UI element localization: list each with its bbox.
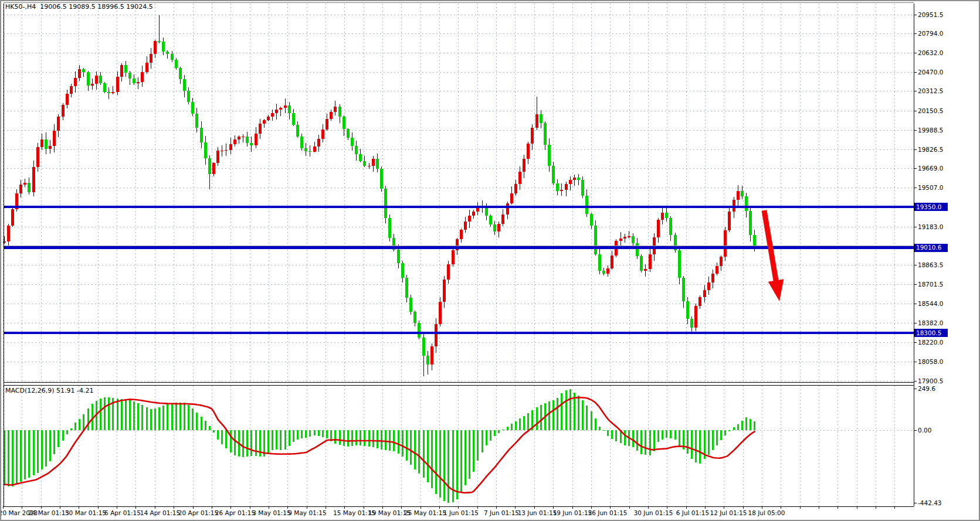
support-resistance-line-2: 18300.5 <box>4 329 948 337</box>
macd-histogram-layer <box>4 389 756 503</box>
svg-text:17900.5: 17900.5 <box>918 377 943 384</box>
svg-text:18300.5: 18300.5 <box>916 329 941 336</box>
svg-text:19183.0: 19183.0 <box>918 223 943 230</box>
svg-text:18 Jul 05:00: 18 Jul 05:00 <box>748 509 785 516</box>
svg-text:25 May 01:15: 25 May 01:15 <box>404 509 446 516</box>
svg-text:20951.5: 20951.5 <box>918 11 943 18</box>
svg-text:20632.0: 20632.0 <box>918 49 943 56</box>
svg-text:9 May 01:15: 9 May 01:15 <box>288 509 326 516</box>
svg-text:249.6: 249.6 <box>918 385 935 392</box>
svg-text:7 Jun 01:15: 7 Jun 01:15 <box>484 509 519 516</box>
svg-text:26 Apr 01:15: 26 Apr 01:15 <box>215 509 255 516</box>
chart-window: 19350.019010.618300.520951.520794.020632… <box>0 0 980 521</box>
svg-text:6 Apr 01:15: 6 Apr 01:15 <box>104 509 141 516</box>
svg-text:24 Mar 01:15: 24 Mar 01:15 <box>28 509 69 516</box>
svg-text:19826.5: 19826.5 <box>918 146 943 153</box>
svg-text:20312.5: 20312.5 <box>918 87 943 94</box>
svg-text:20150.5: 20150.5 <box>918 107 943 114</box>
svg-text:30 Mar 01:15: 30 Mar 01:15 <box>65 509 106 516</box>
chart-canvas[interactable]: 19350.019010.618300.520951.520794.020632… <box>1 1 980 521</box>
svg-text:20470.0: 20470.0 <box>918 69 943 76</box>
svg-text:0.00: 0.00 <box>918 427 931 434</box>
svg-text:18220.0: 18220.0 <box>918 339 943 346</box>
candles-layer <box>3 15 757 376</box>
grid-layer <box>4 4 914 506</box>
time-axis: 20 Mar 202324 Mar 01:1530 Mar 01:156 Apr… <box>1 506 895 516</box>
support-resistance-line-0: 19350.0 <box>4 203 948 211</box>
svg-text:3 May 01:15: 3 May 01:15 <box>252 509 290 516</box>
support-resistance-line-1: 19010.6 <box>4 244 948 252</box>
svg-text:18863.5: 18863.5 <box>918 261 943 268</box>
svg-text:19 Jun 01:15: 19 Jun 01:15 <box>553 509 592 516</box>
svg-text:18382.0: 18382.0 <box>918 319 943 326</box>
svg-text:6 Jul 01:15: 6 Jul 01:15 <box>676 509 709 516</box>
macd-axis: 249.60.00-442.43 <box>914 385 942 506</box>
svg-text:19669.0: 19669.0 <box>918 165 943 172</box>
svg-text:-442.43: -442.43 <box>918 499 942 506</box>
svg-text:26 Jun 01:15: 26 Jun 01:15 <box>588 509 628 516</box>
svg-text:20794.0: 20794.0 <box>918 30 943 37</box>
svg-text:19350.0: 19350.0 <box>916 203 941 210</box>
svg-text:13 Jun 01:15: 13 Jun 01:15 <box>518 509 557 516</box>
price-axis: 20951.520794.020632.020470.020312.520150… <box>914 11 943 384</box>
svg-text:30 Jun 01:15: 30 Jun 01:15 <box>634 509 673 516</box>
svg-text:18701.5: 18701.5 <box>918 281 943 288</box>
svg-text:12 Jul 01:15: 12 Jul 01:15 <box>710 509 747 516</box>
svg-text:18058.0: 18058.0 <box>918 358 943 365</box>
svg-text:14 Apr 01:15: 14 Apr 01:15 <box>140 509 180 516</box>
svg-text:19988.5: 19988.5 <box>918 127 943 134</box>
svg-text:19507.0: 19507.0 <box>918 184 943 191</box>
svg-text:1 Jun 01:15: 1 Jun 01:15 <box>443 509 479 516</box>
svg-text:19010.6: 19010.6 <box>916 244 942 251</box>
svg-text:20 Apr 01:15: 20 Apr 01:15 <box>178 509 218 516</box>
svg-text:18544.0: 18544.0 <box>918 300 943 307</box>
down-arrow-annotation <box>762 210 784 301</box>
